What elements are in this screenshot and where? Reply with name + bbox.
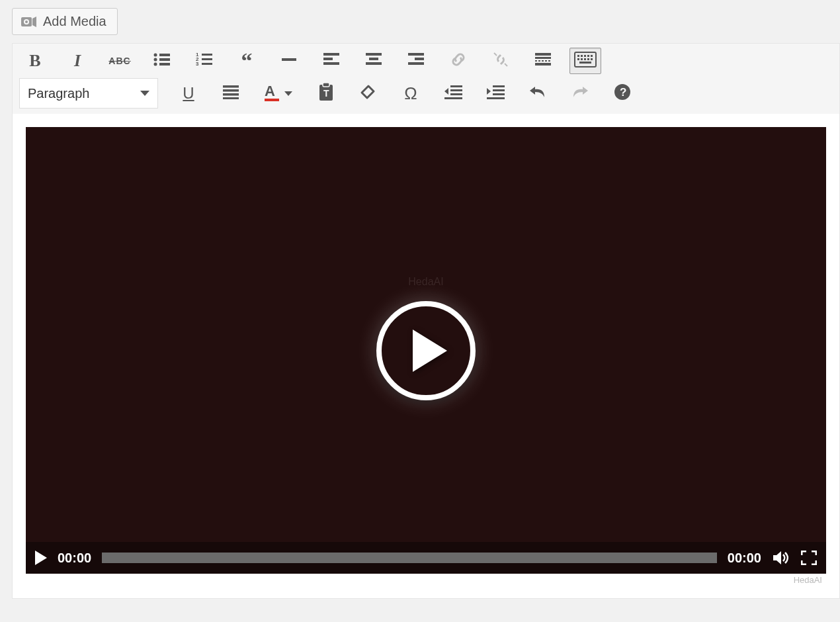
svg-rect-40	[587, 58, 589, 60]
redo-button[interactable]	[564, 80, 596, 107]
special-character-button[interactable]: Ω	[395, 80, 427, 107]
strikethrough-icon: ABC	[108, 56, 130, 66]
video-controls: 00:00 00:00	[26, 542, 826, 574]
read-more-icon	[534, 52, 552, 69]
svg-point-2	[25, 21, 28, 23]
camera-icon	[21, 15, 38, 29]
svg-rect-41	[591, 58, 593, 60]
svg-rect-42	[579, 62, 591, 64]
bulleted-list-icon	[153, 52, 171, 69]
blockquote-button[interactable]: “	[231, 48, 263, 74]
bulleted-list-button[interactable]	[146, 48, 178, 74]
bold-icon: B	[29, 51, 40, 71]
align-center-icon	[365, 52, 382, 69]
textcolor-icon: A	[265, 85, 279, 101]
svg-rect-57	[487, 97, 505, 99]
svg-rect-15	[282, 58, 296, 61]
svg-rect-43	[223, 85, 239, 88]
volume-button[interactable]	[772, 550, 790, 566]
toolbar-toggle-button[interactable]	[569, 48, 601, 74]
svg-rect-48	[323, 83, 329, 87]
svg-text:T: T	[323, 88, 329, 99]
svg-rect-51	[450, 89, 462, 91]
unlink-button[interactable]	[485, 48, 517, 74]
clear-formatting-button[interactable]	[353, 80, 384, 107]
svg-text:3: 3	[196, 61, 199, 67]
add-media-button[interactable]: Add Media	[12, 8, 118, 35]
undo-button[interactable]	[522, 80, 554, 107]
svg-rect-27	[535, 53, 551, 56]
svg-rect-20	[369, 58, 378, 60]
svg-rect-4	[159, 54, 170, 56]
indent-button[interactable]	[480, 80, 511, 107]
footer-watermark: HedaAI	[26, 574, 826, 585]
svg-rect-46	[223, 97, 239, 99]
play-button[interactable]	[35, 551, 47, 565]
duration: 00:00	[728, 551, 761, 566]
read-more-button[interactable]	[527, 48, 559, 74]
svg-rect-23	[415, 58, 424, 60]
outdent-icon	[444, 85, 462, 102]
svg-rect-21	[366, 62, 382, 65]
keyboard-icon	[574, 52, 597, 70]
svg-rect-10	[202, 54, 212, 56]
eraser-icon	[359, 84, 378, 103]
align-justify-icon	[222, 85, 239, 102]
svg-text:?: ?	[620, 86, 626, 99]
svg-point-5	[154, 58, 157, 62]
play-overlay-button[interactable]	[376, 301, 476, 400]
underline-button[interactable]: U	[173, 80, 204, 107]
svg-line-25	[494, 53, 497, 56]
svg-point-7	[154, 63, 157, 66]
play-icon	[413, 330, 447, 372]
format-select-label: Paragraph	[28, 86, 89, 101]
svg-rect-12	[202, 58, 212, 60]
underline-icon: U	[183, 84, 194, 103]
toolbar-row-1: B I ABC 123	[19, 48, 833, 74]
svg-rect-39	[584, 58, 586, 60]
align-center-button[interactable]	[358, 48, 390, 74]
editor-wrapper: B I ABC 123	[12, 43, 840, 599]
link-button[interactable]	[442, 48, 474, 74]
video-overlay-text: HedaAI	[408, 276, 443, 288]
clipboard-t-icon: T	[317, 83, 335, 104]
help-icon: ?	[614, 83, 631, 103]
svg-rect-17	[323, 58, 333, 60]
indent-icon	[486, 85, 505, 102]
align-left-icon	[323, 52, 340, 69]
align-right-button[interactable]	[400, 48, 432, 74]
bold-button[interactable]: B	[19, 48, 51, 74]
seek-bar[interactable]	[102, 553, 717, 563]
textcolor-button[interactable]: A	[257, 80, 300, 107]
align-right-icon	[407, 52, 425, 69]
horizontal-rule-button[interactable]	[273, 48, 305, 74]
outdent-button[interactable]	[437, 80, 469, 107]
paste-as-text-button[interactable]: T	[310, 80, 342, 107]
italic-icon: I	[74, 51, 81, 71]
svg-rect-56	[493, 93, 505, 95]
play-icon	[35, 551, 47, 565]
editor-content[interactable]: HedaAI 00:00 00:00	[13, 114, 839, 598]
svg-rect-38	[581, 58, 583, 60]
svg-rect-32	[577, 55, 579, 57]
video-player: HedaAI 00:00 00:00	[26, 127, 826, 574]
svg-rect-52	[450, 93, 462, 95]
svg-rect-22	[408, 53, 424, 56]
current-time: 00:00	[58, 551, 91, 566]
horizontal-rule-icon	[280, 52, 298, 69]
fullscreen-button[interactable]	[801, 551, 817, 565]
help-button[interactable]: ?	[607, 80, 638, 107]
align-justify-button[interactable]	[215, 80, 247, 107]
svg-rect-8	[159, 63, 170, 66]
add-media-label: Add Media	[43, 14, 106, 29]
link-icon	[449, 50, 468, 71]
svg-rect-16	[323, 53, 339, 56]
svg-rect-19	[366, 53, 382, 56]
strikethrough-button[interactable]: ABC	[104, 48, 136, 74]
numbered-list-button[interactable]: 123	[189, 48, 220, 74]
align-left-button[interactable]	[315, 48, 347, 74]
italic-button[interactable]: I	[62, 48, 93, 74]
unlink-icon	[491, 50, 510, 71]
format-select[interactable]: Paragraph	[19, 78, 158, 109]
svg-rect-54	[493, 85, 505, 87]
